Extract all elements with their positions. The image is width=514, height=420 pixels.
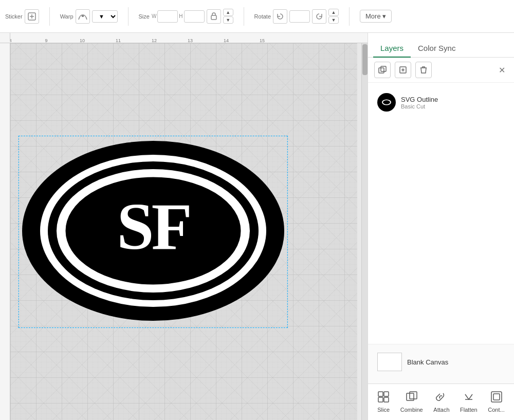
svg-rect-20 xyxy=(407,393,414,400)
sticker-label: Sticker xyxy=(5,13,23,20)
scroll-thumb xyxy=(362,44,368,75)
logo-svg: SF xyxy=(20,136,287,326)
height-down-btn[interactable]: ▼ xyxy=(223,16,233,24)
divider-4 xyxy=(349,7,350,26)
size-group: Size W H ▲ ▼ xyxy=(139,9,233,24)
panel-close-btn[interactable]: ✕ xyxy=(495,64,508,76)
ruler-numbers: 8 9 10 11 12 13 14 15 xyxy=(10,33,361,43)
svg-rect-16 xyxy=(378,392,383,396)
scroll-right[interactable] xyxy=(361,43,368,420)
size-label: Size xyxy=(139,13,150,20)
lock-icon[interactable] xyxy=(207,9,221,24)
layer-thumbnail xyxy=(377,93,396,112)
logo-container[interactable]: SF xyxy=(20,136,287,328)
sticker-button[interactable] xyxy=(25,9,39,24)
main-toolbar: Sticker Warp ▼ Size W H ▲ ▼ Rotate xyxy=(0,0,514,33)
rotate-ccw-btn[interactable] xyxy=(273,9,287,24)
height-input[interactable] xyxy=(184,10,205,23)
warp-group: Warp ▼ xyxy=(60,9,118,24)
combine-icon xyxy=(406,391,417,405)
attach-button[interactable]: Attach xyxy=(429,389,453,415)
contour-button[interactable]: Cont... xyxy=(484,389,508,415)
svg-rect-21 xyxy=(410,392,417,399)
divider-1 xyxy=(49,7,50,26)
rotate-down-btn[interactable]: ▼ xyxy=(328,16,339,24)
delete-layer-btn[interactable] xyxy=(415,62,432,78)
warp-select[interactable]: ▼ xyxy=(92,10,118,23)
svg-rect-24 xyxy=(493,394,500,400)
height-up-btn[interactable]: ▲ xyxy=(223,9,233,16)
combine-label: Combine xyxy=(400,407,423,413)
svg-rect-2 xyxy=(211,15,216,20)
panel-tabs: Layers Color Sync xyxy=(368,33,514,58)
contour-label: Cont... xyxy=(488,407,504,413)
ruler-top: 8 9 10 11 12 13 14 15 xyxy=(0,33,368,43)
panel-bottom: Blank Canvas xyxy=(368,344,514,384)
flatten-icon xyxy=(463,391,474,405)
svg-rect-1 xyxy=(82,15,84,17)
divider-3 xyxy=(244,7,244,26)
duplicate-layer-btn[interactable] xyxy=(374,62,391,78)
more-button[interactable]: More ▾ xyxy=(360,10,392,23)
layer-type: Basic Cut xyxy=(401,103,438,109)
svg-rect-23 xyxy=(491,392,502,402)
right-panel: Layers Color Sync ✕ xyxy=(368,33,514,420)
rotate-input[interactable] xyxy=(289,10,310,23)
warp-button[interactable] xyxy=(76,9,90,24)
slice-icon xyxy=(378,391,389,405)
tab-color-sync[interactable]: Color Sync xyxy=(411,40,463,58)
svg-point-15 xyxy=(383,100,390,104)
divider-2 xyxy=(128,7,128,26)
rotate-group: Rotate ▲ ▼ xyxy=(254,9,339,24)
slice-label: Slice xyxy=(377,407,390,413)
svg-rect-19 xyxy=(384,397,389,402)
flatten-button[interactable]: Flatten xyxy=(456,389,482,415)
layer-name: SVG Outline xyxy=(401,96,438,103)
svg-rect-10 xyxy=(379,68,384,73)
combine-button[interactable]: Combine xyxy=(396,389,427,415)
attach-icon xyxy=(436,391,447,405)
flatten-label: Flatten xyxy=(460,407,478,413)
canvas-area[interactable]: 8 9 10 11 12 13 14 15 xyxy=(0,33,368,420)
add-layer-btn[interactable] xyxy=(395,62,411,78)
rotate-cw-btn[interactable] xyxy=(312,9,326,24)
rotate-up-btn[interactable]: ▲ xyxy=(328,9,339,16)
grid-canvas[interactable]: SF xyxy=(10,43,357,420)
blank-canvas-label: Blank Canvas xyxy=(407,358,448,366)
panel-content: SVG Outline Basic Cut xyxy=(368,83,514,344)
slice-button[interactable]: Slice xyxy=(373,389,394,415)
rotate-label: Rotate xyxy=(254,13,271,20)
svg-rect-11 xyxy=(381,66,386,71)
attach-label: Attach xyxy=(433,407,449,413)
svg-rect-18 xyxy=(378,397,383,402)
blank-canvas-item[interactable]: Blank Canvas xyxy=(374,350,508,374)
blank-canvas-thumb xyxy=(377,353,402,371)
panel-actions: Slice Combine Attach Flatten xyxy=(368,384,514,420)
contour-icon xyxy=(491,391,502,405)
main-area: 8 9 10 11 12 13 14 15 xyxy=(0,33,514,420)
panel-toolbar: ✕ xyxy=(368,58,514,83)
ruler-left xyxy=(0,43,10,420)
warp-label: Warp xyxy=(60,13,74,20)
sticker-group: Sticker xyxy=(5,9,39,24)
svg-text:SF: SF xyxy=(117,189,190,263)
layer-item[interactable]: SVG Outline Basic Cut xyxy=(374,89,508,116)
width-input[interactable] xyxy=(157,10,178,23)
layer-info: SVG Outline Basic Cut xyxy=(401,96,438,109)
svg-rect-17 xyxy=(384,392,389,396)
tab-layers[interactable]: Layers xyxy=(373,40,411,58)
